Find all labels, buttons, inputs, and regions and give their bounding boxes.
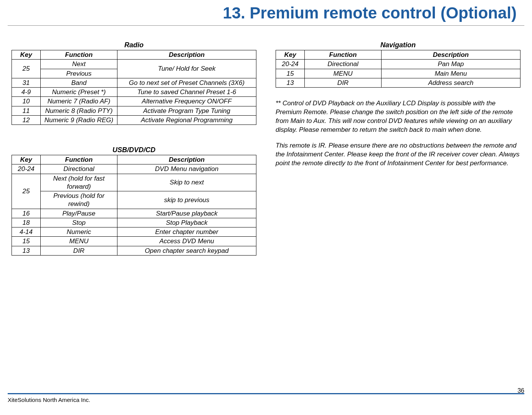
nav-table-title: Navigation <box>276 41 520 49</box>
cell-func: Numeric <box>41 227 117 237</box>
table-row: 12 Numeric 9 (Radio REG) Activate Region… <box>12 115 256 124</box>
table-row: 4-9 Numeric (Preset *) Tune to saved Cha… <box>12 88 256 97</box>
cell-key: 4-9 <box>12 88 41 97</box>
cell-desc: Start/Pause playback <box>117 209 256 218</box>
cell-key: 20-24 <box>276 60 305 69</box>
note-paragraph: This remote is IR. Please ensure there a… <box>276 141 520 168</box>
table-row: 20-24 Directional Pan Map <box>276 60 520 69</box>
cell-key: 13 <box>276 78 305 87</box>
table-row: 15 MENU Access DVD Menu <box>12 237 256 246</box>
cell-func: MENU <box>41 237 117 246</box>
cell-desc: Enter chapter number <box>117 227 256 237</box>
cell-func: Numeric 7 (Radio AF) <box>41 97 117 106</box>
radio-table: Key Function Description 25 Next Tune/ H… <box>12 50 256 125</box>
note-paragraph: ** Control of DVD Playback on the Auxili… <box>276 99 520 134</box>
col-function: Function <box>41 50 117 60</box>
cell-func: MENU <box>305 69 382 78</box>
cell-func: Directional <box>41 164 117 174</box>
cell-func: Stop <box>41 218 117 227</box>
usb-table-title: USB/DVD/CD <box>12 146 256 154</box>
cell-key: 25 <box>12 60 41 78</box>
table-row: 31 Band Go to next set of Preset Channel… <box>12 78 256 87</box>
page-title: 13. Premium remote control (Optional) <box>8 0 524 26</box>
cell-key: 4-14 <box>12 227 41 237</box>
cell-desc: Address search <box>382 78 520 87</box>
cell-key: 18 <box>12 218 41 227</box>
table-row: 16 Play/Pause Start/Pause playback <box>12 209 256 218</box>
col-description: Description <box>117 50 256 60</box>
cell-func: Band <box>41 78 117 87</box>
cell-key: 11 <box>12 106 41 115</box>
table-row: 25 Next (hold for fast forward) Skip to … <box>12 174 256 191</box>
footer-company: XiteSolutions North America Inc. <box>8 397 90 403</box>
table-row: 13 DIR Open chapter search keypad <box>12 246 256 255</box>
table-row: 18 Stop Stop Playback <box>12 218 256 227</box>
cell-key: 16 <box>12 209 41 218</box>
cell-func: Directional <box>305 60 382 69</box>
usb-table: Key Function Description 20-24 Direction… <box>12 155 256 256</box>
cell-key: 20-24 <box>12 164 41 174</box>
notes-block: ** Control of DVD Playback on the Auxili… <box>276 99 520 168</box>
cell-desc: Main Menu <box>382 69 520 78</box>
table-row: 13 DIR Address search <box>276 78 520 87</box>
table-row: 4-14 Numeric Enter chapter number <box>12 227 256 237</box>
cell-desc: Skip to next <box>117 174 256 191</box>
cell-func: DIR <box>305 78 382 87</box>
table-row: 25 Next Tune/ Hold for Seek <box>12 60 256 69</box>
cell-desc: DVD Menu navigation <box>117 164 256 174</box>
nav-table: Key Function Description 20-24 Direction… <box>276 50 520 88</box>
cell-key: 15 <box>276 69 305 78</box>
col-description: Description <box>382 50 520 60</box>
cell-desc: Go to next set of Preset Channels (3X6) <box>117 78 256 87</box>
cell-desc: Alternative Frequency ON/OFF <box>117 97 256 106</box>
cell-key: 12 <box>12 115 41 124</box>
table-header-row: Key Function Description <box>12 155 256 164</box>
cell-func: Previous (hold for rewind) <box>41 191 117 209</box>
cell-func: Play/Pause <box>41 209 117 218</box>
cell-desc: Tune/ Hold for Seek <box>117 60 256 78</box>
left-column: Radio Key Function Description 25 Next T… <box>12 41 256 256</box>
cell-func: Next <box>41 60 117 69</box>
cell-desc: Activate Program Type Tuning <box>117 106 256 115</box>
right-column: Navigation Key Function Description 20-2… <box>276 41 520 256</box>
cell-func: Numeric (Preset *) <box>41 88 117 97</box>
cell-key: 15 <box>12 237 41 246</box>
cell-desc: Activate Regional Programming <box>117 115 256 124</box>
cell-key: 25 <box>12 174 41 209</box>
col-key: Key <box>12 155 41 164</box>
table-header-row: Key Function Description <box>276 50 520 60</box>
col-function: Function <box>41 155 117 164</box>
cell-key: 31 <box>12 78 41 87</box>
table-row: 11 Numeric 8 (Radio PTY) Activate Progra… <box>12 106 256 115</box>
col-description: Description <box>117 155 256 164</box>
cell-func: Numeric 8 (Radio PTY) <box>41 106 117 115</box>
col-key: Key <box>276 50 305 60</box>
cell-desc: Stop Playback <box>117 218 256 227</box>
radio-table-title: Radio <box>12 41 256 49</box>
cell-key: 10 <box>12 97 41 106</box>
content-area: Radio Key Function Description 25 Next T… <box>0 26 532 256</box>
table-row: 15 MENU Main Menu <box>276 69 520 78</box>
page-footer: XiteSolutions North America Inc. 36 <box>8 393 524 403</box>
cell-func: DIR <box>41 246 117 255</box>
cell-func: Previous <box>41 69 117 78</box>
cell-desc: Pan Map <box>382 60 520 69</box>
col-function: Function <box>305 50 382 60</box>
table-row: 20-24 Directional DVD Menu navigation <box>12 164 256 174</box>
table-row: 10 Numeric 7 (Radio AF) Alternative Freq… <box>12 97 256 106</box>
table-header-row: Key Function Description <box>12 50 256 60</box>
cell-key: 13 <box>12 246 41 255</box>
table-row: Previous (hold for rewind) skip to previ… <box>12 191 256 209</box>
cell-desc: Tune to saved Channel Preset 1-6 <box>117 88 256 97</box>
cell-desc: Open chapter search keypad <box>117 246 256 255</box>
col-key: Key <box>12 50 41 60</box>
cell-desc: skip to previous <box>117 191 256 209</box>
cell-desc: Access DVD Menu <box>117 237 256 246</box>
cell-func: Next (hold for fast forward) <box>41 174 117 191</box>
page-number: 36 <box>517 387 524 394</box>
cell-func: Numeric 9 (Radio REG) <box>41 115 117 124</box>
